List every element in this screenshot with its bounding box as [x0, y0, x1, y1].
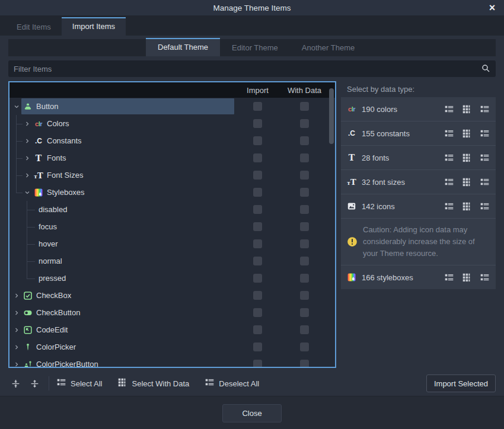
- tree-row-colorpicker[interactable]: ColorPicker: [9, 338, 335, 356]
- chevron-right-icon[interactable]: [12, 291, 21, 300]
- import-checkbox[interactable]: [253, 171, 262, 180]
- with-data-checkbox[interactable]: [300, 291, 309, 300]
- import-selected-button[interactable]: Import Selected: [426, 374, 496, 392]
- tree-row-styleboxes[interactable]: Styleboxes: [9, 184, 335, 201]
- styleboxes-icon: [34, 188, 43, 197]
- chevron-right-icon[interactable]: [12, 342, 21, 352]
- tab-import-items[interactable]: Import Items: [62, 17, 126, 36]
- tab-edit-items[interactable]: Edit Items: [6, 18, 62, 36]
- chevron-right-icon[interactable]: [23, 119, 32, 129]
- import-checkbox[interactable]: [253, 119, 262, 128]
- chevron-right-icon[interactable]: [12, 308, 21, 318]
- tree-row-pressed[interactable]: pressed: [9, 270, 335, 287]
- deselect-all-button[interactable]: [480, 201, 490, 212]
- import-checkbox[interactable]: [253, 239, 262, 248]
- tree-row-hover[interactable]: hover: [9, 235, 335, 252]
- import-checkbox[interactable]: [253, 136, 262, 145]
- with-data-checkbox[interactable]: [300, 153, 309, 162]
- tree-guide-line: [27, 270, 27, 278]
- tree-row-gutter: [328, 356, 335, 368]
- import-checkbox[interactable]: [253, 342, 262, 351]
- expand-tree-icon[interactable]: [27, 376, 42, 390]
- tree-row-focus[interactable]: focus: [9, 218, 335, 235]
- select-all-button[interactable]: [444, 201, 454, 212]
- select-with-data-button[interactable]: [462, 104, 472, 114]
- checkbutton-icon: [23, 308, 33, 318]
- chevron-right-icon[interactable]: [23, 171, 32, 180]
- theme-tab-default-theme[interactable]: Default Theme: [146, 38, 220, 56]
- close-icon[interactable]: ×: [484, 0, 500, 15]
- close-button[interactable]: Close: [222, 404, 281, 422]
- import-checkbox[interactable]: [253, 325, 262, 334]
- with-data-checkbox[interactable]: [300, 119, 309, 128]
- select-all-button[interactable]: Select All: [56, 377, 102, 389]
- with-data-checkbox[interactable]: [300, 222, 309, 231]
- import-checkbox[interactable]: [253, 222, 262, 231]
- theme-tab-another-theme[interactable]: Another Theme: [290, 39, 366, 56]
- import-checkbox[interactable]: [253, 188, 262, 197]
- import-checkbox[interactable]: [253, 257, 262, 265]
- deselect-all-button[interactable]: [480, 153, 490, 163]
- with-data-checkbox[interactable]: [300, 342, 309, 351]
- import-checkbox[interactable]: [253, 205, 262, 214]
- select-with-data-button[interactable]: [462, 201, 472, 212]
- with-data-checkbox[interactable]: [300, 274, 309, 283]
- import-checkbox[interactable]: [253, 360, 262, 368]
- tree-row-checkbutton[interactable]: CheckButton: [9, 304, 335, 321]
- tree-row-fonts[interactable]: TFonts: [9, 149, 335, 167]
- import-checkbox[interactable]: [253, 291, 262, 300]
- tree-row-constants[interactable]: .CConstants: [9, 132, 335, 149]
- deselect-all-button[interactable]: Deselect All: [205, 377, 259, 389]
- chevron-down-icon[interactable]: [12, 102, 21, 111]
- tree-row-normal[interactable]: normal: [9, 252, 335, 270]
- with-data-checkbox[interactable]: [300, 136, 309, 145]
- tree-row-content: clrColors: [32, 116, 234, 132]
- tree-row-checkbox[interactable]: CheckBox: [9, 287, 335, 304]
- deselect-all-button[interactable]: [480, 273, 490, 283]
- tree-row-button[interactable]: Button: [9, 98, 335, 115]
- with-data-checkbox[interactable]: [300, 308, 309, 317]
- with-data-checkbox[interactable]: [300, 102, 309, 111]
- tree-scrollbar[interactable]: [329, 88, 334, 144]
- select-all-button[interactable]: [444, 153, 454, 163]
- theme-tab-editor-theme[interactable]: Editor Theme: [220, 39, 290, 56]
- chevron-down-icon[interactable]: [23, 188, 32, 197]
- select-all-button[interactable]: [444, 273, 454, 283]
- import-checkbox[interactable]: [253, 102, 262, 111]
- deselect-all-button[interactable]: [480, 129, 490, 139]
- chevron-right-icon[interactable]: [23, 136, 32, 146]
- import-checkbox[interactable]: [253, 153, 262, 162]
- with-data-checkbox[interactable]: [300, 188, 309, 197]
- deselect-all-button[interactable]: [480, 177, 490, 187]
- deselect-all-button[interactable]: [480, 104, 490, 114]
- tree-item-label: ColorPickerButton: [36, 360, 98, 368]
- chevron-right-icon[interactable]: [23, 153, 32, 163]
- tree-row-font-sizes[interactable]: тTFont Sizes: [9, 167, 335, 184]
- with-data-checkbox[interactable]: [300, 205, 309, 214]
- with-data-checkbox[interactable]: [300, 239, 309, 248]
- select-with-data-button[interactable]: [462, 177, 472, 187]
- tree-checkbox-cell: [234, 338, 281, 356]
- collapse-tree-icon[interactable]: [8, 376, 23, 390]
- tree-row-disabled[interactable]: disabled: [9, 201, 335, 218]
- with-data-checkbox[interactable]: [300, 360, 309, 368]
- select-with-data-button[interactable]: [462, 273, 472, 283]
- search-input[interactable]: Filter Items: [8, 60, 496, 77]
- chevron-right-icon[interactable]: [12, 325, 21, 335]
- with-data-checkbox[interactable]: [300, 171, 309, 180]
- select-all-button[interactable]: [444, 177, 454, 187]
- with-data-checkbox[interactable]: [300, 325, 309, 334]
- import-checkbox[interactable]: [253, 308, 262, 317]
- select-with-data-button[interactable]: [462, 153, 472, 163]
- tree-row-codeedit[interactable]: CodeEdit: [9, 321, 335, 338]
- import-checkbox[interactable]: [253, 274, 262, 283]
- tree-row-colors[interactable]: clrColors: [9, 115, 335, 132]
- chevron-right-icon[interactable]: [12, 360, 21, 369]
- select-with-data-button[interactable]: [462, 129, 472, 139]
- tree-checkbox-cell: [234, 98, 281, 115]
- tree-row-colorpickerbutton[interactable]: ColorPickerButton: [9, 356, 335, 368]
- select-all-button[interactable]: [444, 129, 454, 139]
- with-data-checkbox[interactable]: [300, 257, 309, 265]
- select-with-data-button[interactable]: Select With Data: [117, 377, 189, 389]
- select-all-button[interactable]: [444, 104, 454, 114]
